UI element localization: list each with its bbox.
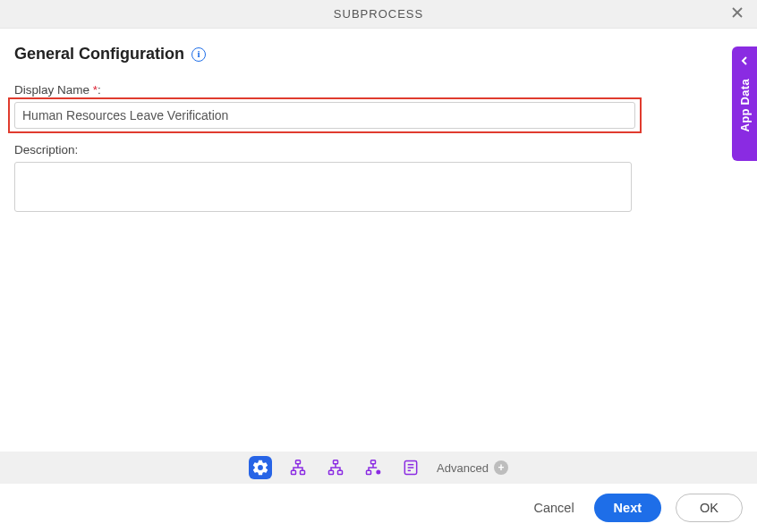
svg-rect-8 <box>371 460 376 464</box>
description-label: Description: <box>14 143 739 156</box>
settings-tab[interactable] <box>249 456 272 479</box>
svg-rect-2 <box>296 460 301 464</box>
display-name-field: Display Name *: <box>14 83 739 129</box>
ok-button[interactable]: OK <box>676 494 743 522</box>
advanced-label: Advanced <box>437 461 489 475</box>
hierarchy-settings-tab[interactable] <box>361 456 385 479</box>
dialog-window: SUBPROCESS General Configuration i Displ… <box>0 0 757 532</box>
svg-rect-5 <box>334 460 338 464</box>
hierarchy-tab-2[interactable] <box>324 456 347 479</box>
svg-rect-7 <box>338 470 343 474</box>
bottom-toolbar: Advanced + <box>0 452 757 484</box>
dialog-body: General Configuration i Display Name *: … <box>0 29 757 452</box>
display-name-input[interactable] <box>14 102 635 129</box>
gear-icon <box>251 459 269 477</box>
display-name-label-text: Display Name <box>14 83 89 97</box>
sitemap-gear-icon <box>364 459 382 477</box>
section-title: General Configuration <box>14 45 184 63</box>
svg-rect-3 <box>292 470 296 474</box>
description-input[interactable] <box>14 162 632 212</box>
toolbar-icons <box>249 456 422 479</box>
display-name-input-wrap <box>14 102 635 129</box>
sitemap-icon <box>327 459 344 477</box>
description-field: Description: <box>14 143 739 215</box>
svg-rect-9 <box>367 470 371 474</box>
svg-point-10 <box>376 470 380 475</box>
svg-rect-4 <box>301 470 305 474</box>
plus-circle-icon: + <box>494 460 508 475</box>
hierarchy-tab-1[interactable] <box>286 456 310 479</box>
app-data-tab-label: App Data <box>738 79 752 131</box>
close-icon <box>730 5 744 22</box>
advanced-toggle[interactable]: Advanced + <box>437 460 508 475</box>
section-header: General Configuration i <box>14 45 739 63</box>
label-suffix: : <box>98 83 101 97</box>
form-icon <box>402 459 420 477</box>
dialog-title: SUBPROCESS <box>334 7 423 21</box>
svg-rect-6 <box>329 470 334 474</box>
close-button[interactable] <box>727 4 748 25</box>
sitemap-icon <box>289 459 307 477</box>
form-tab[interactable] <box>399 456 422 479</box>
dialog-footer: Cancel Next OK <box>0 484 757 532</box>
next-button[interactable]: Next <box>594 494 661 522</box>
chevron-left-icon <box>739 55 750 66</box>
cancel-button[interactable]: Cancel <box>528 500 579 516</box>
app-data-tab[interactable]: App Data <box>732 46 757 161</box>
titlebar: SUBPROCESS <box>0 0 757 29</box>
display-name-label: Display Name *: <box>14 83 739 97</box>
info-icon[interactable]: i <box>191 47 206 62</box>
